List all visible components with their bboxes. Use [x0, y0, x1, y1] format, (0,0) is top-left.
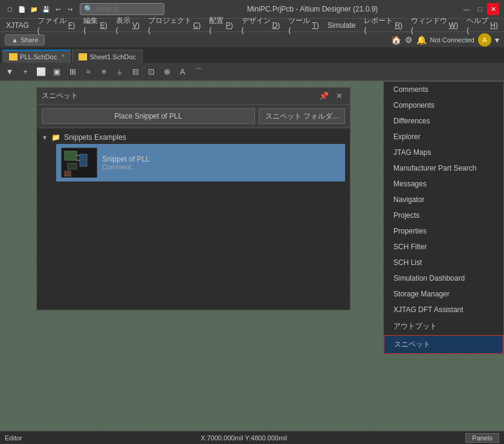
snippet-panel: スニペット 📌 ✕ Place Snippet of PLL スニペット フォル… — [36, 87, 351, 310]
redo-icon[interactable]: ↪ — [65, 4, 75, 14]
panels-button[interactable]: Panels — [465, 433, 499, 443]
panels-dropdown: Comments Components Differences Explorer… — [383, 81, 504, 354]
rect-tool[interactable]: ⬜ — [34, 65, 48, 79]
canvas-area: スニペット 📌 ✕ Place Snippet of PLL スニペット フォル… — [0, 81, 504, 431]
save-icon[interactable]: 💾 — [41, 4, 51, 14]
notification-icon[interactable]: 🔔 — [416, 35, 427, 45]
no-erc-tool[interactable]: ⊗ — [160, 65, 174, 79]
dropdown-properties[interactable]: Properties — [384, 223, 503, 239]
dropdown-sch-filter[interactable]: SCH Filter — [384, 239, 503, 255]
minimize-button[interactable]: — — [460, 3, 473, 15]
snippet-panel-header: スニペット 📌 ✕ — [37, 88, 350, 105]
app-icon: ⬡ — [5, 4, 15, 14]
snippet-content: ▼ 📁 Snippets Examples — [37, 128, 350, 310]
arc-tool[interactable]: ⌒ — [191, 65, 205, 79]
title-text: MiniPC.PrjPcb - Altium Designer (21.0.9) — [169, 5, 456, 13]
share-arrow-icon: ▲ — [11, 36, 18, 44]
add-tool[interactable]: + — [18, 65, 33, 79]
svg-rect-3 — [80, 154, 87, 166]
dropdown-manufacturer-part-search[interactable]: Manufacturer Part Search — [384, 160, 503, 176]
dropdown-explorer[interactable]: Explorer — [384, 129, 503, 145]
snippet-panel-pin[interactable]: 📌 — [317, 91, 331, 100]
dropdown-projects[interactable]: Projects — [384, 207, 503, 223]
gear-icon[interactable]: ⚙ — [405, 35, 413, 45]
open-icon[interactable]: 📁 — [29, 4, 39, 14]
editor-label: Editor — [5, 434, 22, 442]
dropdown-jtag-maps[interactable]: JTAG Maps — [384, 145, 503, 160]
tab-file-icon — [9, 53, 18, 60]
bus-tool[interactable]: ≡ — [97, 65, 111, 79]
dropdown-sch-list[interactable]: SCH List — [384, 255, 503, 270]
snippet-comment: Comment... — [102, 163, 150, 171]
search-box[interactable]: 🔍 — [80, 3, 164, 15]
dropdown-navigator[interactable]: Navigator — [384, 192, 503, 207]
snippet-tree-root: ▼ 📁 Snippets Examples — [42, 133, 345, 142]
menu-report[interactable]: レポート(R) — [360, 19, 406, 32]
menu-place[interactable]: 配置(P) — [205, 19, 236, 32]
home-icon[interactable]: 🏠 — [391, 35, 401, 45]
menu-view[interactable]: 表示(V) — [112, 19, 143, 32]
search-input[interactable] — [95, 5, 160, 13]
dropdown-components[interactable]: Components — [384, 97, 503, 113]
dropdown-comments[interactable]: Comments — [384, 82, 503, 97]
snippet-name: Snippet of PLL — [102, 155, 150, 163]
menu-design[interactable]: デザイン(D) — [238, 19, 284, 32]
snippet-folder-button[interactable]: スニペット フォルダ... — [259, 108, 345, 124]
search-icon: 🔍 — [84, 5, 93, 13]
snippet-info: Snippet of PLL Comment... — [102, 155, 150, 171]
text-tool[interactable]: A — [175, 65, 190, 79]
menu-project[interactable]: プロジェクト(C) — [144, 19, 204, 32]
share-label: Share — [21, 36, 38, 44]
not-connected-status: Not Connected — [430, 36, 474, 44]
maximize-button[interactable]: □ — [474, 3, 486, 15]
snippet-toolbar: Place Snippet of PLL スニペット フォルダ... — [37, 105, 350, 128]
wire-tool[interactable]: ≈ — [81, 65, 95, 79]
port-tool[interactable]: ⊡ — [144, 65, 158, 79]
drawing-toolbar: ▼ + ⬜ ▣ ⊞ ≈ ≡ ⏚ ⊟ ⊡ ⊗ A ⌒ — [0, 63, 504, 81]
svg-rect-1 — [65, 151, 77, 160]
user-avatar[interactable]: A — [478, 33, 491, 47]
tab-pll-label: PLL.SchDoc — [20, 53, 57, 60]
svg-rect-2 — [68, 163, 77, 169]
dropdown-storage-manager[interactable]: Storage Manager — [384, 286, 503, 302]
component-tool[interactable]: ⊞ — [65, 65, 80, 79]
snippet-list-item[interactable]: Snippet of PLL Comment... — [56, 144, 345, 181]
tree-expand-icon[interactable]: ▼ — [42, 134, 48, 141]
dropdown-differences[interactable]: Differences — [384, 113, 503, 129]
folder-icon: 📁 — [51, 133, 60, 142]
status-bar: Editor X:7000.000mil Y:4800.000mil Panel… — [0, 431, 504, 444]
dropdown-simulation-dashboard[interactable]: Simulation Dashboard — [384, 270, 503, 286]
title-bar-icons: ⬡ 📄 📁 💾 ↩ ↪ — [5, 4, 75, 14]
menu-edit[interactable]: 編集(E) — [80, 19, 111, 32]
dropdown-xjtag-dft-assistant[interactable]: XJTAG DFT Assistant — [384, 302, 503, 318]
tab-pll-modified: * — [62, 53, 64, 60]
menu-help[interactable]: ヘルプ(H) — [463, 19, 502, 32]
tab-pll-schdoc[interactable]: PLL.SchDoc * — [2, 50, 71, 63]
new-icon[interactable]: 📄 — [17, 4, 27, 14]
close-button[interactable]: ✕ — [487, 3, 499, 15]
snippet-panel-title: スニペット — [42, 91, 78, 101]
menu-xjtag[interactable]: XJTAG — [2, 19, 33, 32]
menu-window[interactable]: ウィンドウ(W) — [407, 19, 462, 32]
dropdown-messages[interactable]: Messages — [384, 176, 503, 192]
dropdown-snippets[interactable]: スニペット — [384, 335, 503, 354]
share-button[interactable]: ▲ Share — [5, 34, 45, 45]
tab-sheet1-schdoc[interactable]: Sheet1.SchDoc — [72, 50, 142, 63]
menu-simulate[interactable]: Simulate — [324, 19, 360, 32]
svg-rect-6 — [65, 171, 71, 176]
tab-sheet1-label: Sheet1.SchDoc — [89, 53, 135, 60]
menu-file[interactable]: ファイル(F) — [34, 19, 79, 32]
place-snippet-button[interactable]: Place Snippet of PLL — [42, 108, 255, 124]
power-tool[interactable]: ⏚ — [112, 65, 127, 79]
filter-tool[interactable]: ▼ — [2, 65, 17, 79]
dropdown-arrow-icon[interactable]: ▾ — [495, 35, 499, 45]
net-tool[interactable]: ⊟ — [128, 65, 143, 79]
tab-sheet-icon — [79, 53, 87, 60]
menu-bar: XJTAG ファイル(F) 編集(E) 表示(V) プロジェクト(C) 配置(P… — [0, 18, 504, 31]
menu-tools[interactable]: ツール(T) — [285, 19, 323, 32]
select-tool[interactable]: ▣ — [50, 65, 64, 79]
snippet-folder-name: Snippets Examples — [64, 133, 126, 142]
undo-icon[interactable]: ↩ — [53, 4, 63, 14]
snippet-panel-close[interactable]: ✕ — [334, 91, 345, 100]
dropdown-output[interactable]: アウトプット — [384, 318, 503, 335]
